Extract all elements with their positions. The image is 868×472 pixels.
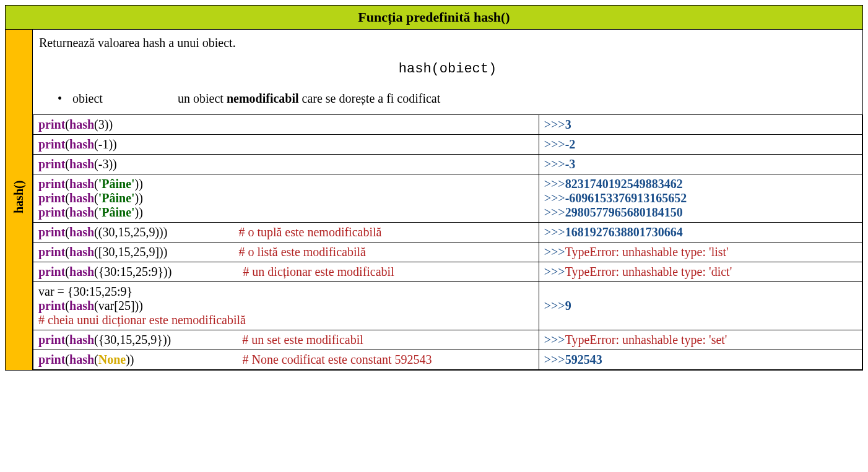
- examples-table: print(hash(3)) >>>3 print(hash(-1)) >>>-…: [33, 114, 862, 370]
- function-doc-table: Funcția predefinită hash() hash() Return…: [5, 5, 863, 371]
- table-row: print(hash(-1)) >>>-2: [33, 135, 862, 155]
- table-row: print(hash((30,15,25,9)))# o tuplă este …: [33, 223, 862, 242]
- code-cell: print(hash((30,15,25,9)))# o tuplă este …: [33, 223, 539, 242]
- content-cell: Returnează valoarea hash a unui obiect. …: [33, 30, 863, 371]
- code-cell: print(hash(-3)): [33, 155, 539, 174]
- code-cell: var = {30:15,25:9} print(hash(var[25])) …: [33, 282, 539, 330]
- code-cell: print(hash(3)): [33, 115, 539, 135]
- output-cell: >>>TypeError: unhashable type: 'list': [539, 242, 862, 262]
- output-cell: >>>3: [539, 115, 862, 135]
- bullet-icon: •: [58, 92, 66, 106]
- title-text: Funcția predefinită hash(): [358, 9, 510, 25]
- code-cell: print(hash([30,15,25,9]))# o listă este …: [33, 242, 539, 262]
- output-cell: >>>592543: [539, 350, 862, 370]
- function-signature: hash(obiect): [39, 61, 856, 77]
- table-row: print(hash(None))# None codificat este c…: [33, 350, 862, 370]
- code-cell: print(hash('Pâine')) print(hash('Pâine')…: [33, 174, 539, 223]
- output-cell: >>>8231740192549883462 >>>-6096153376913…: [539, 174, 862, 223]
- output-cell: >>>1681927638801730664: [539, 223, 862, 242]
- output-cell: >>>-3: [539, 155, 862, 174]
- side-label-cell: hash(): [6, 30, 33, 371]
- intro-block: Returnează valoarea hash a unui obiect. …: [33, 30, 862, 114]
- code-cell: print(hash(-1)): [33, 135, 539, 155]
- param-name: obiect: [72, 92, 171, 106]
- table-row: print(hash(3)) >>>3: [33, 115, 862, 135]
- output-cell: >>>TypeError: unhashable type: 'set': [539, 330, 862, 350]
- table-row: print(hash({30,15,25,9}))# un set este m…: [33, 330, 862, 350]
- code-cell: print(hash({30,15,25,9}))# un set este m…: [33, 330, 539, 350]
- param-line: • obiect un obiect nemodificabil care se…: [58, 92, 856, 106]
- output-cell: >>>TypeError: unhashable type: 'dict': [539, 262, 862, 282]
- output-cell: >>>9: [539, 282, 862, 330]
- code-cell: print(hash(None))# None codificat este c…: [33, 350, 539, 370]
- table-row: print(hash({30:15,25:9}))# un dicționar …: [33, 262, 862, 282]
- intro-description: Returnează valoarea hash a unui obiect.: [39, 36, 856, 50]
- table-row: print(hash([30,15,25,9]))# o listă este …: [33, 242, 862, 262]
- table-row: var = {30:15,25:9} print(hash(var[25])) …: [33, 282, 862, 330]
- table-row: print(hash('Pâine')) print(hash('Pâine')…: [33, 174, 862, 223]
- code-cell: print(hash({30:15,25:9}))# un dicționar …: [33, 262, 539, 282]
- table-title: Funcția predefinită hash(): [6, 6, 863, 30]
- side-label: hash(): [12, 187, 26, 213]
- output-cell: >>>-2: [539, 135, 862, 155]
- param-desc: un obiect nemodificabil care se dorește …: [178, 92, 440, 106]
- table-row: print(hash(-3)) >>>-3: [33, 155, 862, 174]
